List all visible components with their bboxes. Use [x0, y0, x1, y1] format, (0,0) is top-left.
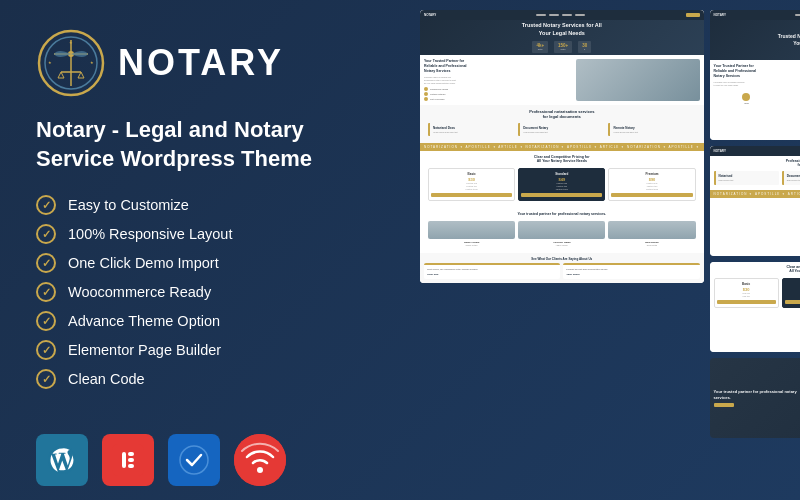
mock-about-desc: Providing years of reliable andprofessio… — [424, 76, 573, 85]
mock-testimonial: Excellent and fast legal documentation s… — [563, 263, 699, 279]
mock-testimonial-author: John Doe — [427, 273, 557, 276]
wordpress-badge — [36, 434, 88, 486]
mock-feature-icons: Legal Certified Fast — [710, 91, 800, 106]
mock-card-text: Brief service text — [787, 179, 800, 182]
preview-card-col2-pricing: Clear and Competitive Pricing forAll You… — [710, 262, 800, 352]
mock-hero-heading-2: Trusted Notary Services for AllYour Lega… — [770, 33, 800, 47]
logo-area: ★ ★ ★ NOTARY — [36, 28, 384, 98]
feature-label: Clean Code — [68, 371, 145, 387]
check-icon: ✓ — [36, 340, 56, 360]
support-badge — [234, 434, 286, 486]
mock-feat-label: Legal — [714, 102, 780, 104]
feature-label: Easy to Customize — [68, 197, 189, 213]
feature-item: ✓ 100% Responsive Layout — [36, 224, 384, 244]
mock-member-role: Real Estate — [608, 244, 695, 246]
mock-services-page: NOTARY Professional notarisation service… — [710, 146, 800, 256]
mock-services-section: Professional notarisation servicesfor le… — [420, 105, 704, 144]
mock-team-photo — [518, 221, 605, 239]
mock-header-1: NOTARY — [420, 10, 704, 20]
mock-service-card: Document Brief service text — [782, 171, 800, 185]
verified-badge — [168, 434, 220, 486]
mock-stat3-label: k — [582, 48, 587, 51]
mock-plan-btn — [521, 193, 602, 197]
mock-feat-label: Certified — [781, 102, 800, 104]
preview-card-col2-services: NOTARY Professional notarisation service… — [710, 146, 800, 256]
mock-about-features: Professional Service Certified Notaries … — [424, 87, 573, 101]
preview-column-2: NOTARY Trusted Notary Services for AllYo… — [710, 10, 800, 438]
mock-testimonials: Great service, very professional notary … — [424, 263, 700, 279]
mock-pricing-title-2: Clear and Competitive Pricing forAll You… — [710, 262, 800, 275]
mock-about-text-2: Your Trusted Partner forReliable and Pro… — [714, 64, 800, 87]
mock-nav-link — [575, 14, 585, 16]
mock-logo-3: NOTARY — [714, 149, 726, 153]
mock-plan-name: Standard — [785, 282, 800, 286]
mock-plan-features: Feature oneFeature twoFeature three — [431, 182, 512, 191]
mock-member-role: Legal Advisor — [518, 244, 605, 246]
mock-plan-name: Basic — [717, 282, 776, 286]
mock-card-title: Document — [787, 174, 800, 178]
mock-nav-links-1 — [536, 14, 585, 16]
feature-item: ✓ Woocommerce Ready — [36, 282, 384, 302]
mock-about-2: Your Trusted Partner forReliable and Pro… — [710, 60, 800, 91]
mock-services-title: Professional notarisation servicesfor le… — [424, 109, 700, 119]
mock-team-members: Notary Name Senior Notary Attorney Name … — [424, 218, 700, 249]
mock-stat2-label: after — [558, 48, 568, 51]
svg-text:★: ★ — [69, 40, 73, 45]
mock-stat1-label: after — [536, 48, 544, 51]
logo-text: NOTARY — [118, 42, 284, 84]
mock-about-img — [576, 59, 700, 101]
mock-pricing-2: Basic $30 Line oneLine two Standard $49 … — [710, 275, 800, 311]
mock-services-cards-2: Notarised Brief service text Document Br… — [710, 168, 800, 188]
svg-rect-11 — [128, 464, 134, 468]
mock-services-title-2: Professional notarisation servicesfor le… — [710, 156, 800, 168]
mock-plan-btn — [717, 300, 776, 304]
mock-card-text: Lorem ipsum brief desc text — [523, 131, 602, 134]
mock-card-title: Remote Notary — [613, 126, 692, 130]
mock-pricing-section: Clear and Competitive Pricing forAll You… — [420, 151, 704, 208]
feature-item: ✓ Advance Theme Option — [36, 311, 384, 331]
mock-plan-name: Standard — [521, 172, 602, 176]
feature-label: Advance Theme Option — [68, 313, 220, 329]
feature-label: One Click Demo Import — [68, 255, 219, 271]
svg-point-14 — [257, 467, 263, 473]
mock-marquee: NOTARIZATION ✦ APOSTILLE ✦ ARTICLE ✦ NOT… — [420, 143, 704, 151]
svg-rect-10 — [128, 458, 134, 462]
mock-hero-1: Trusted Notary Services for AllYour Lega… — [420, 20, 704, 55]
mock-team-section: Your trusted partner for professional no… — [420, 208, 704, 253]
svg-point-12 — [180, 446, 208, 474]
mock-plan-premium: Premium $90 Feature oneFeature twoFeatur… — [608, 168, 695, 201]
mock-card-text: Lorem ipsum brief desc text — [613, 131, 692, 134]
mock-plan-features: Feature oneFeature twoFeature three — [521, 182, 602, 191]
mock-nav-link — [795, 14, 800, 16]
mock-logo-1: NOTARY — [424, 13, 436, 17]
mock-nav-link — [549, 14, 559, 16]
mock-plan-btn — [785, 300, 800, 304]
check-icon: ✓ — [36, 253, 56, 273]
feature-item: ✓ Clean Code — [36, 369, 384, 389]
mock-about-text-col: Your Trusted Partner forReliable and Pro… — [424, 59, 573, 101]
preview-column-1: NOTARY Trusted Notary Services for AllYo… — [420, 10, 704, 283]
mock-plan-features: Line oneLine two — [785, 292, 800, 298]
mock-page-main: NOTARY Trusted Notary Services for AllYo… — [420, 10, 704, 283]
mock-testimonial-author: Jane Smith — [566, 273, 696, 276]
mock-team-member: Real Estate Real Estate — [608, 221, 695, 246]
mock-clients-title: See What Our Clients Are Saying About Us — [424, 257, 700, 261]
mock-pricing-plans: Basic $30 Feature oneFeature twoFeature … — [424, 165, 700, 204]
mock-feat-icon — [742, 93, 750, 101]
preview-card-col2-team: Your trusted partner for professional no… — [710, 358, 800, 438]
mock-clients-section: See What Our Clients Are Saying About Us… — [420, 253, 704, 283]
mock-plan-std-2: Standard $49 Line oneLine two — [782, 278, 800, 308]
svg-rect-8 — [122, 452, 126, 468]
feature-label: Woocommerce Ready — [68, 284, 211, 300]
mock-team-btn — [714, 403, 734, 407]
mock-service-card: Document Notary Lorem ipsum brief desc t… — [518, 123, 605, 137]
mock-pricing-page-2: Clear and Competitive Pricing forAll You… — [710, 262, 800, 352]
mock-team-title: Your trusted partner for professional no… — [424, 212, 700, 216]
left-panel: ★ ★ ★ NOTARY Notary - Legal and Notary S… — [0, 0, 420, 500]
mock-hero-heading: Trusted Notary Services for AllYour Lega… — [512, 22, 612, 37]
mock-team-heading: Your trusted partner for professional no… — [714, 389, 800, 400]
bottom-badges — [36, 434, 384, 486]
preview-card-col2-hero: NOTARY Trusted Notary Services for AllYo… — [710, 10, 800, 140]
mock-plan-name: Premium — [611, 172, 692, 176]
mock-testimonial-text: Excellent and fast legal documentation s… — [566, 268, 696, 271]
